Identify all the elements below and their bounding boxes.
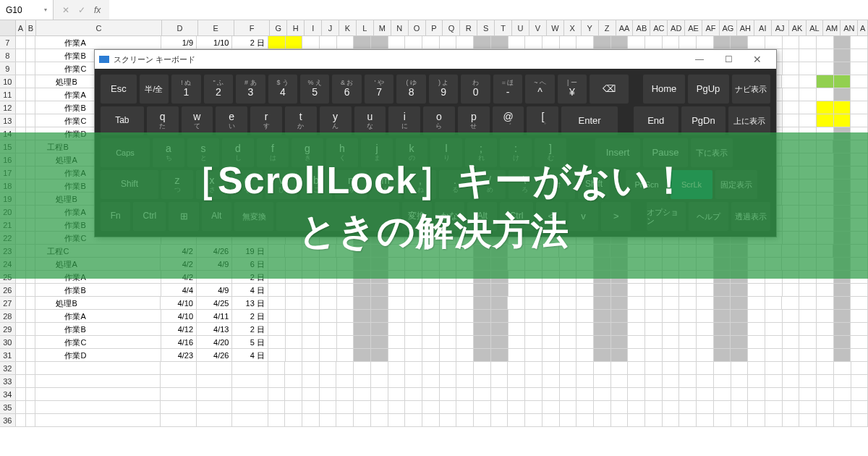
cell[interactable]: 2 日: [232, 323, 268, 335]
gantt-cell[interactable]: [286, 284, 303, 296]
gantt-cell[interactable]: [783, 388, 800, 400]
gantt-cell[interactable]: [834, 36, 851, 48]
gantt-cell[interactable]: [817, 114, 834, 127]
gantt-cell[interactable]: [731, 284, 748, 296]
gantt-cell[interactable]: [817, 284, 834, 296]
gantt-cell[interactable]: [714, 36, 731, 48]
gantt-cell[interactable]: [611, 310, 629, 322]
gantt-cell[interactable]: [354, 297, 371, 309]
gantt-cell[interactable]: [440, 349, 457, 361]
cell-task[interactable]: 作業A: [35, 310, 161, 322]
gantt-cell[interactable]: [302, 388, 320, 400]
gantt-cell[interactable]: [817, 36, 834, 48]
gantt-cell[interactable]: [268, 388, 286, 400]
gantt-cell[interactable]: [474, 414, 491, 426]
gantt-cell[interactable]: [628, 362, 645, 374]
gantt-cell[interactable]: [697, 401, 714, 413]
gantt-cell[interactable]: [663, 336, 680, 348]
gantt-cell[interactable]: [748, 362, 765, 374]
gantt-cell[interactable]: [594, 36, 611, 48]
gantt-cell[interactable]: [508, 401, 525, 413]
gantt-cell[interactable]: [542, 362, 560, 374]
cell[interactable]: [16, 401, 26, 413]
key-o[interactable]: oら: [423, 106, 455, 135]
gantt-cell[interactable]: [354, 310, 371, 322]
gantt-cell[interactable]: [525, 349, 542, 361]
key-9[interactable]: ) よ9: [429, 75, 458, 104]
gantt-cell[interactable]: [628, 388, 645, 400]
gantt-cell[interactable]: [354, 36, 371, 48]
cell[interactable]: 4/11: [197, 310, 232, 322]
fx-button[interactable]: fx: [94, 5, 101, 15]
gantt-cell[interactable]: [422, 310, 440, 322]
gantt-cell[interactable]: [799, 75, 817, 88]
gantt-cell[interactable]: [714, 362, 731, 374]
gantt-cell[interactable]: [834, 88, 851, 101]
key-5[interactable]: % え5: [300, 75, 329, 104]
gantt-cell[interactable]: [542, 375, 560, 387]
cell[interactable]: [16, 114, 26, 127]
gantt-cell[interactable]: [834, 101, 851, 114]
row-header[interactable]: 31: [0, 349, 16, 361]
cell-task[interactable]: [35, 401, 161, 413]
gantt-cell[interactable]: [491, 284, 509, 296]
gantt-cell[interactable]: [834, 49, 851, 62]
gantt-cell[interactable]: [371, 388, 388, 400]
cell[interactable]: [26, 388, 36, 400]
gantt-cell[interactable]: [285, 375, 302, 387]
cell[interactable]: [161, 388, 196, 400]
col-header-A[interactable]: A: [16, 20, 26, 35]
gantt-cell[interactable]: [285, 401, 302, 413]
cell[interactable]: [26, 349, 36, 361]
gantt-cell[interactable]: [851, 297, 868, 309]
gantt-cell[interactable]: [320, 36, 337, 48]
gantt-cell[interactable]: [817, 310, 834, 322]
key-[[interactable]: [゜: [527, 106, 558, 135]
cell[interactable]: 4/10: [161, 310, 197, 322]
gantt-cell[interactable]: [302, 310, 320, 322]
gantt-cell[interactable]: [817, 75, 834, 88]
gantt-cell[interactable]: [663, 284, 680, 296]
gantt-cell[interactable]: [560, 323, 577, 335]
gantt-cell[interactable]: [320, 310, 337, 322]
gantt-cell[interactable]: [799, 323, 817, 335]
cell[interactable]: [26, 62, 36, 75]
cell[interactable]: [16, 284, 26, 296]
cell[interactable]: [16, 414, 26, 426]
gantt-cell[interactable]: [817, 101, 834, 114]
gantt-cell[interactable]: [851, 349, 868, 361]
gantt-cell[interactable]: [336, 388, 354, 400]
gantt-cell[interactable]: [594, 297, 611, 309]
gantt-cell[interactable]: [440, 323, 457, 335]
gantt-cell[interactable]: [456, 375, 474, 387]
cell[interactable]: [26, 375, 36, 387]
gantt-cell[interactable]: [765, 310, 783, 322]
gantt-cell[interactable]: [594, 323, 611, 335]
gantt-cell[interactable]: [336, 401, 354, 413]
gantt-cell[interactable]: [320, 349, 337, 361]
cell[interactable]: [16, 36, 26, 48]
gantt-cell[interactable]: [388, 401, 406, 413]
gantt-cell[interactable]: [525, 323, 542, 335]
gantt-cell[interactable]: [663, 401, 680, 413]
gantt-cell[interactable]: [576, 323, 594, 335]
col-header-H[interactable]: H: [287, 20, 305, 35]
col-header-N[interactable]: N: [391, 20, 409, 35]
close-button[interactable]: ✕: [743, 50, 772, 69]
key-y[interactable]: yん: [320, 106, 352, 135]
gantt-cell[interactable]: [765, 375, 783, 387]
key-0[interactable]: わ0: [461, 75, 490, 104]
gantt-cell[interactable]: [286, 36, 303, 48]
gantt-cell[interactable]: [731, 297, 748, 309]
gantt-cell[interactable]: [817, 297, 834, 309]
gantt-cell[interactable]: [817, 414, 834, 426]
gantt-cell[interactable]: [268, 362, 286, 374]
gantt-cell[interactable]: [594, 349, 611, 361]
gantt-cell[interactable]: [456, 36, 474, 48]
gantt-cell[interactable]: [765, 414, 783, 426]
gantt-cell[interactable]: [456, 349, 474, 361]
gantt-cell[interactable]: [594, 414, 611, 426]
gantt-cell[interactable]: [834, 362, 851, 374]
gantt-cell[interactable]: [576, 297, 594, 309]
gantt-cell[interactable]: [645, 388, 663, 400]
